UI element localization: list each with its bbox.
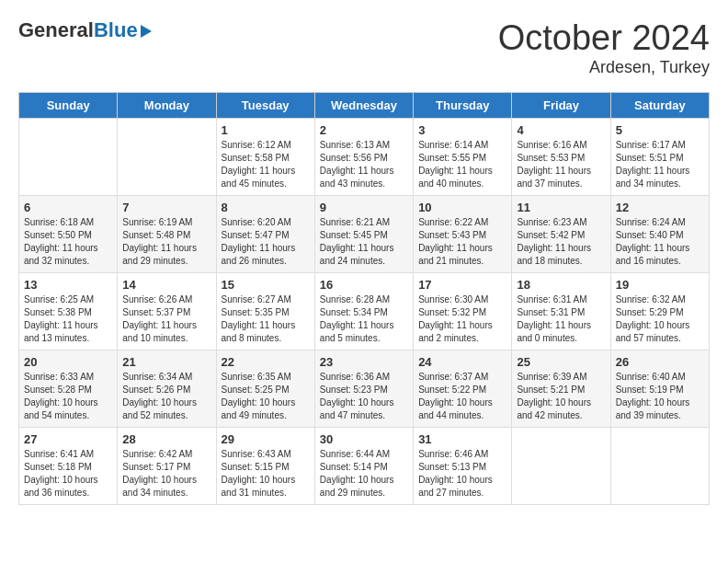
day-number: 6 xyxy=(24,201,112,214)
calendar-cell: 24Sunrise: 6:37 AMSunset: 5:22 PMDayligh… xyxy=(414,350,512,428)
day-number: 30 xyxy=(320,432,408,446)
day-number: 14 xyxy=(122,278,210,292)
day-info: Sunrise: 6:28 AMSunset: 5:34 PMDaylight:… xyxy=(320,293,408,345)
calendar-cell: 9Sunrise: 6:21 AMSunset: 5:45 PMDaylight… xyxy=(314,196,413,273)
calendar-cell: 26Sunrise: 6:40 AMSunset: 5:19 PMDayligh… xyxy=(610,350,709,428)
day-number: 31 xyxy=(418,432,506,446)
weekday-header: Saturday xyxy=(610,93,709,119)
calendar-cell: 21Sunrise: 6:34 AMSunset: 5:26 PMDayligh… xyxy=(118,350,216,428)
logo-blue: Blue xyxy=(94,18,138,42)
day-number: 4 xyxy=(517,123,605,137)
calendar-cell xyxy=(512,428,610,505)
day-info: Sunrise: 6:41 AMSunset: 5:18 PMDaylight:… xyxy=(24,448,112,500)
day-number: 22 xyxy=(222,355,310,369)
calendar-cell: 8Sunrise: 6:20 AMSunset: 5:47 PMDaylight… xyxy=(216,196,314,273)
calendar-cell: 29Sunrise: 6:43 AMSunset: 5:15 PMDayligh… xyxy=(216,428,314,505)
day-number: 9 xyxy=(320,201,408,214)
day-info: Sunrise: 6:23 AMSunset: 5:42 PMDaylight:… xyxy=(517,216,605,268)
day-number: 5 xyxy=(616,123,704,137)
calendar-table: SundayMondayTuesdayWednesdayThursdayFrid… xyxy=(18,92,710,505)
calendar-cell: 25Sunrise: 6:39 AMSunset: 5:21 PMDayligh… xyxy=(512,350,610,428)
calendar-cell: 20Sunrise: 6:33 AMSunset: 5:28 PMDayligh… xyxy=(19,350,118,428)
title-block: October 2024 Ardesen, Turkey xyxy=(498,18,710,77)
day-info: Sunrise: 6:18 AMSunset: 5:50 PMDaylight:… xyxy=(24,216,112,268)
month-title: October 2024 xyxy=(498,18,710,58)
day-number: 28 xyxy=(122,432,210,446)
day-info: Sunrise: 6:32 AMSunset: 5:29 PMDaylight:… xyxy=(616,293,704,345)
day-info: Sunrise: 6:34 AMSunset: 5:26 PMDaylight:… xyxy=(122,371,210,422)
day-info: Sunrise: 6:21 AMSunset: 5:45 PMDaylight:… xyxy=(320,216,408,268)
day-info: Sunrise: 6:43 AMSunset: 5:15 PMDaylight:… xyxy=(222,448,310,500)
day-number: 24 xyxy=(418,355,506,369)
day-number: 7 xyxy=(122,201,210,214)
day-info: Sunrise: 6:40 AMSunset: 5:19 PMDaylight:… xyxy=(616,371,704,422)
calendar-cell xyxy=(610,428,709,505)
day-info: Sunrise: 6:42 AMSunset: 5:17 PMDaylight:… xyxy=(122,448,210,500)
calendar-cell: 11Sunrise: 6:23 AMSunset: 5:42 PMDayligh… xyxy=(512,196,610,273)
logo: General Blue xyxy=(18,18,152,42)
calendar-cell xyxy=(118,119,216,196)
day-number: 16 xyxy=(320,278,408,292)
logo-arrow-icon xyxy=(141,25,152,38)
day-info: Sunrise: 6:17 AMSunset: 5:51 PMDaylight:… xyxy=(616,139,704,190)
day-number: 8 xyxy=(222,201,310,214)
weekday-header: Wednesday xyxy=(314,93,413,119)
calendar-cell: 13Sunrise: 6:25 AMSunset: 5:38 PMDayligh… xyxy=(19,273,118,350)
day-info: Sunrise: 6:33 AMSunset: 5:28 PMDaylight:… xyxy=(24,371,112,422)
day-info: Sunrise: 6:26 AMSunset: 5:37 PMDaylight:… xyxy=(122,293,210,345)
day-info: Sunrise: 6:20 AMSunset: 5:47 PMDaylight:… xyxy=(222,216,310,268)
calendar-cell: 27Sunrise: 6:41 AMSunset: 5:18 PMDayligh… xyxy=(19,428,118,505)
day-info: Sunrise: 6:25 AMSunset: 5:38 PMDaylight:… xyxy=(24,293,112,345)
calendar-cell: 14Sunrise: 6:26 AMSunset: 5:37 PMDayligh… xyxy=(118,273,216,350)
day-info: Sunrise: 6:14 AMSunset: 5:55 PMDaylight:… xyxy=(418,139,506,190)
weekday-header: Monday xyxy=(118,93,216,119)
day-info: Sunrise: 6:35 AMSunset: 5:25 PMDaylight:… xyxy=(222,371,310,422)
day-number: 3 xyxy=(418,123,506,137)
calendar-cell: 15Sunrise: 6:27 AMSunset: 5:35 PMDayligh… xyxy=(216,273,314,350)
location-title: Ardesen, Turkey xyxy=(498,58,710,77)
day-number: 29 xyxy=(222,432,310,446)
calendar-cell: 7Sunrise: 6:19 AMSunset: 5:48 PMDaylight… xyxy=(118,196,216,273)
day-number: 23 xyxy=(320,355,408,369)
day-number: 25 xyxy=(517,355,605,369)
calendar-cell: 4Sunrise: 6:16 AMSunset: 5:53 PMDaylight… xyxy=(512,119,610,196)
day-info: Sunrise: 6:31 AMSunset: 5:31 PMDaylight:… xyxy=(517,293,605,345)
weekday-header: Thursday xyxy=(414,93,512,119)
day-info: Sunrise: 6:36 AMSunset: 5:23 PMDaylight:… xyxy=(320,371,408,422)
day-info: Sunrise: 6:44 AMSunset: 5:14 PMDaylight:… xyxy=(320,448,408,500)
weekday-header: Sunday xyxy=(19,93,118,119)
calendar-cell: 3Sunrise: 6:14 AMSunset: 5:55 PMDaylight… xyxy=(414,119,512,196)
calendar-cell: 1Sunrise: 6:12 AMSunset: 5:58 PMDaylight… xyxy=(216,119,314,196)
calendar-cell: 2Sunrise: 6:13 AMSunset: 5:56 PMDaylight… xyxy=(314,119,413,196)
calendar-week-row: 1Sunrise: 6:12 AMSunset: 5:58 PMDaylight… xyxy=(19,119,710,196)
day-info: Sunrise: 6:46 AMSunset: 5:13 PMDaylight:… xyxy=(418,448,506,500)
day-number: 15 xyxy=(222,278,310,292)
day-info: Sunrise: 6:37 AMSunset: 5:22 PMDaylight:… xyxy=(418,371,506,422)
day-number: 13 xyxy=(24,278,112,292)
calendar-cell: 16Sunrise: 6:28 AMSunset: 5:34 PMDayligh… xyxy=(314,273,413,350)
day-info: Sunrise: 6:16 AMSunset: 5:53 PMDaylight:… xyxy=(517,139,605,190)
day-info: Sunrise: 6:27 AMSunset: 5:35 PMDaylight:… xyxy=(222,293,310,345)
calendar-cell: 23Sunrise: 6:36 AMSunset: 5:23 PMDayligh… xyxy=(314,350,413,428)
day-number: 1 xyxy=(222,123,310,137)
day-number: 10 xyxy=(418,201,506,214)
day-number: 21 xyxy=(122,355,210,369)
calendar-cell: 19Sunrise: 6:32 AMSunset: 5:29 PMDayligh… xyxy=(610,273,709,350)
day-number: 27 xyxy=(24,432,112,446)
calendar-cell: 22Sunrise: 6:35 AMSunset: 5:25 PMDayligh… xyxy=(216,350,314,428)
calendar-cell: 30Sunrise: 6:44 AMSunset: 5:14 PMDayligh… xyxy=(314,428,413,505)
weekday-header: Friday xyxy=(512,93,610,119)
day-info: Sunrise: 6:39 AMSunset: 5:21 PMDaylight:… xyxy=(517,371,605,422)
calendar-cell: 17Sunrise: 6:30 AMSunset: 5:32 PMDayligh… xyxy=(414,273,512,350)
day-number: 20 xyxy=(24,355,112,369)
day-info: Sunrise: 6:19 AMSunset: 5:48 PMDaylight:… xyxy=(122,216,210,268)
calendar-week-row: 20Sunrise: 6:33 AMSunset: 5:28 PMDayligh… xyxy=(19,350,710,428)
logo-general: General xyxy=(18,18,94,42)
calendar-cell: 31Sunrise: 6:46 AMSunset: 5:13 PMDayligh… xyxy=(414,428,512,505)
day-info: Sunrise: 6:12 AMSunset: 5:58 PMDaylight:… xyxy=(222,139,310,190)
day-number: 18 xyxy=(517,278,605,292)
day-number: 11 xyxy=(517,201,605,214)
calendar-cell: 6Sunrise: 6:18 AMSunset: 5:50 PMDaylight… xyxy=(19,196,118,273)
calendar-cell xyxy=(19,119,118,196)
calendar-week-row: 27Sunrise: 6:41 AMSunset: 5:18 PMDayligh… xyxy=(19,428,710,505)
